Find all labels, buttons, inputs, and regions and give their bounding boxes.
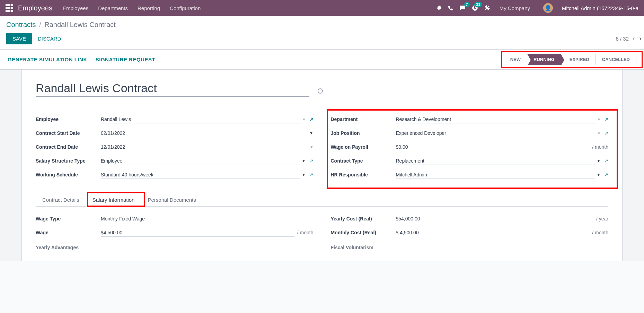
pager-prev-icon[interactable]: ‹: [633, 35, 635, 42]
employee-input[interactable]: [101, 115, 301, 123]
username[interactable]: Mitchell Admin (15722349-15-0-a: [562, 5, 638, 11]
field-wage-type: Wage Type Monthly Fixed Wage: [36, 214, 314, 224]
signature-request-button[interactable]: SIGNATURE REQUEST: [96, 56, 155, 62]
field-employee: Employee ▼ ↗: [36, 114, 314, 124]
field-end-date: Contract End Date ▼: [36, 142, 314, 152]
nav-reporting[interactable]: Reporting: [138, 5, 160, 11]
start-date-input[interactable]: [101, 129, 308, 137]
nav-employees[interactable]: Employees: [63, 5, 88, 11]
field-working-schedule: Working Schedule ▼ ↗: [36, 169, 314, 180]
field-structure-type: Salary Structure Type ▼ ↗: [36, 156, 314, 166]
form-left-col: Employee ▼ ↗ Contract Start Date ▼ Contr…: [36, 114, 314, 183]
wage-type-value: Monthly Fixed Wage: [101, 215, 314, 223]
nav-departments[interactable]: Departments: [98, 5, 128, 11]
messages-icon[interactable]: 7: [459, 5, 466, 11]
breadcrumb-current: Randall Lewis Contract: [44, 21, 116, 28]
chevron-down-icon[interactable]: ▼: [597, 172, 601, 177]
department-input[interactable]: [396, 115, 596, 123]
form-right-col: Department ▼ ↗ Job Position ▼ ↗ Wage on …: [331, 114, 609, 183]
hr-responsible-input[interactable]: [396, 171, 596, 179]
monthly-cost-value: $ 4,500.00: [396, 229, 590, 236]
tab-content: Wage Type Monthly Fixed Wage Wage / mont…: [36, 207, 608, 250]
field-hr-responsible: HR Responsible ▼ ↗: [331, 169, 609, 180]
chevron-down-icon[interactable]: ▼: [597, 118, 601, 121]
discard-button[interactable]: DISCARD: [38, 36, 61, 42]
tools-icon[interactable]: [484, 5, 490, 11]
nav-menu: Employees Departments Reporting Configur…: [63, 5, 201, 11]
nav-icons: 7 31 My Company 👤 Mitchell Admin (157223…: [436, 3, 638, 13]
tabs: Contract Details Salary Information Pers…: [36, 193, 608, 207]
job-position-input[interactable]: [396, 129, 596, 137]
phone-icon[interactable]: [448, 6, 453, 11]
breadcrumb-contracts[interactable]: Contracts: [6, 21, 36, 28]
status-new[interactable]: NEW: [504, 54, 527, 65]
field-department: Department ▼ ↗: [331, 114, 609, 124]
external-link-icon[interactable]: ↗: [309, 158, 314, 164]
breadcrumb: Contracts / Randall Lewis Contract: [6, 21, 638, 29]
contract-name-input[interactable]: [36, 80, 309, 97]
field-yearly-cost: Yearly Cost (Real) $54,000.00 / year: [331, 214, 609, 224]
external-link-icon[interactable]: ↗: [604, 172, 608, 177]
pager-next-icon[interactable]: ›: [639, 35, 641, 42]
chevron-down-icon[interactable]: ▼: [302, 158, 306, 163]
apps-icon[interactable]: [6, 4, 13, 12]
status-running[interactable]: RUNNING: [527, 54, 561, 65]
field-wage: Wage / month: [36, 227, 314, 238]
field-contract-type: Contract Type ▼ ↗: [331, 156, 609, 166]
yearly-cost-value: $54,000.00: [396, 215, 593, 223]
chevron-down-icon[interactable]: ▼: [310, 145, 314, 149]
tab-salary-information[interactable]: Salary Information: [86, 193, 141, 207]
pager-text[interactable]: 8 / 32: [616, 36, 629, 42]
wage-input[interactable]: [101, 229, 294, 237]
tab-contract-details[interactable]: Contract Details: [36, 193, 86, 206]
external-link-icon[interactable]: ↗: [604, 158, 608, 164]
chevron-down-icon[interactable]: ▼: [302, 118, 306, 121]
secondary-bar: GENERATE SIMULATION LINK SIGNATURE REQUE…: [0, 50, 644, 70]
kanban-state-dot[interactable]: [318, 88, 323, 94]
field-start-date: Contract Start Date ▼: [36, 128, 314, 138]
working-schedule-input[interactable]: [101, 171, 300, 179]
tab-personal-documents[interactable]: Personal Documents: [141, 193, 202, 206]
top-nav: Employees Employees Departments Reportin…: [0, 0, 644, 16]
form-sheet: Employee ▼ ↗ Contract Start Date ▼ Contr…: [21, 70, 623, 261]
messages-badge: 7: [464, 2, 470, 7]
field-monthly-cost: Monthly Cost (Real) $ 4,500.00 / month: [331, 227, 609, 238]
chevron-down-icon[interactable]: ▼: [597, 131, 601, 135]
external-link-icon[interactable]: ↗: [309, 172, 314, 177]
status-expired[interactable]: EXPIRED: [561, 54, 596, 65]
nav-configuration[interactable]: Configuration: [170, 5, 201, 11]
save-button[interactable]: SAVE: [6, 33, 32, 44]
external-link-icon[interactable]: ↗: [604, 130, 608, 136]
company-selector[interactable]: My Company: [500, 5, 530, 11]
status-bar: NEW RUNNING EXPIRED CANCELLED: [504, 54, 636, 65]
external-link-icon[interactable]: ↗: [309, 116, 314, 122]
activities-icon[interactable]: 31: [472, 5, 478, 11]
activities-badge: 31: [474, 2, 482, 7]
wage-payroll-input[interactable]: [396, 143, 590, 151]
avatar[interactable]: 👤: [543, 3, 553, 13]
chevron-down-icon[interactable]: ▼: [302, 172, 306, 177]
external-link-icon[interactable]: ↗: [604, 116, 608, 122]
section-yearly-advantages: Yearly Advantages: [36, 245, 314, 250]
structure-type-input[interactable]: [101, 157, 300, 165]
generate-simulation-button[interactable]: GENERATE SIMULATION LINK: [8, 56, 87, 62]
section-fiscal-voluntarism: Fiscal Voluntarism: [331, 245, 609, 250]
bug-icon[interactable]: [436, 5, 442, 11]
action-row: SAVE DISCARD 8 / 32 ‹ ›: [0, 29, 644, 50]
status-cancelled[interactable]: CANCELLED: [596, 54, 636, 65]
breadcrumb-bar: Contracts / Randall Lewis Contract: [0, 16, 644, 29]
chevron-down-icon[interactable]: ▼: [597, 158, 601, 163]
pager: 8 / 32 ‹ ›: [616, 35, 638, 42]
content: Employee ▼ ↗ Contract Start Date ▼ Contr…: [0, 70, 644, 261]
form-grid: Employee ▼ ↗ Contract Start Date ▼ Contr…: [36, 114, 608, 183]
contract-type-input[interactable]: [396, 157, 596, 165]
app-title[interactable]: Employees: [18, 4, 52, 12]
field-wage-payroll: Wage on Payroll / month: [331, 142, 609, 152]
field-job-position: Job Position ▼ ↗: [331, 128, 609, 138]
end-date-input[interactable]: [101, 143, 309, 151]
chevron-down-icon[interactable]: ▼: [309, 131, 314, 136]
